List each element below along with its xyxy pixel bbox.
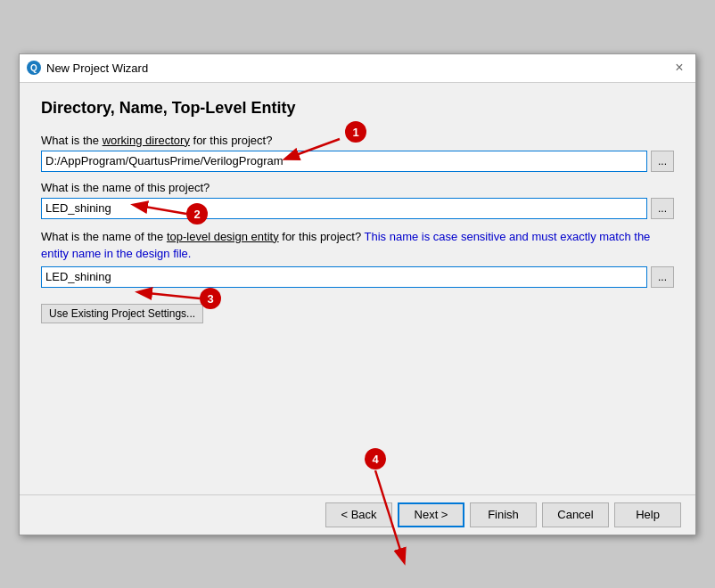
- page-title: Directory, Name, Top-Level Entity: [41, 99, 674, 118]
- app-icon: Q: [27, 61, 41, 75]
- project-name-group: What is the name of this project? ...: [41, 181, 674, 219]
- top-level-label: What is the name of the top-level design…: [41, 228, 674, 263]
- dialog-title: New Project Wizard: [46, 61, 148, 75]
- working-dir-label: What is the working directory for this p…: [41, 134, 674, 147]
- project-name-browse[interactable]: ...: [651, 198, 674, 219]
- finish-button[interactable]: Finish: [470, 502, 537, 527]
- top-level-group: What is the name of the top-level design…: [41, 228, 674, 288]
- title-bar: Q New Project Wizard ×: [20, 54, 695, 83]
- help-button[interactable]: Help: [614, 502, 681, 527]
- close-button[interactable]: ×: [670, 59, 688, 77]
- back-button[interactable]: < Back: [325, 502, 392, 527]
- top-level-input[interactable]: [41, 266, 647, 288]
- next-button[interactable]: Next >: [398, 502, 464, 527]
- empty-area: [41, 323, 674, 484]
- project-name-label: What is the name of this project?: [41, 181, 674, 194]
- working-dir-input[interactable]: [41, 151, 647, 172]
- button-bar: < Back Next > Finish Cancel Help: [20, 494, 695, 535]
- cancel-button[interactable]: Cancel: [542, 502, 609, 527]
- top-level-browse[interactable]: ...: [651, 266, 674, 288]
- use-existing-button[interactable]: Use Existing Project Settings...: [41, 304, 203, 323]
- dialog-content: Directory, Name, Top-Level Entity What i…: [20, 83, 695, 494]
- working-dir-group: What is the working directory for this p…: [41, 134, 674, 172]
- working-dir-browse[interactable]: ...: [651, 151, 674, 172]
- project-name-input[interactable]: [41, 198, 647, 219]
